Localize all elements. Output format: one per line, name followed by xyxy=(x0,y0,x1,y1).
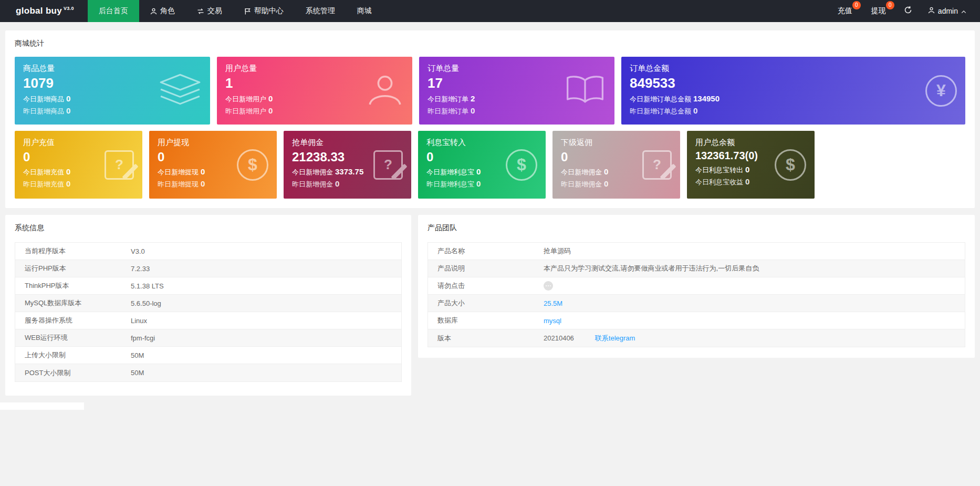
table-row: 产品名称抢单源码 xyxy=(428,243,965,260)
bottom-panels: 系统信息 当前程序版本V3.0 运行PHP版本7.2.33 ThinkPHP版本… xyxy=(5,215,975,396)
stat-value: 849533 xyxy=(630,76,957,90)
nav-item-mall[interactable]: 商城 xyxy=(346,0,383,22)
yen-icon: ¥ xyxy=(925,75,957,107)
book-icon xyxy=(564,74,606,108)
stat-card-products: 商品总量 1079 今日新增商品0 昨日新增商品0 xyxy=(15,57,210,125)
table-row: 当前程序版本V3.0 xyxy=(15,243,401,260)
nav-right: 充值 0 提现 0 admin xyxy=(828,0,980,22)
stat-card-orders: 订单总量 17 今日新增订单2 昨日新增订单0 xyxy=(419,57,614,125)
clipboard-icon: ? xyxy=(373,150,403,180)
product-size-link[interactable]: 25.5M xyxy=(544,299,562,307)
nav-item-transactions[interactable]: 交易 xyxy=(186,0,233,22)
user-icon xyxy=(928,7,935,15)
dollar-icon: $ xyxy=(775,149,806,181)
version-value: 20210406 xyxy=(544,334,574,342)
stat-card-order-commission: 抢单佣金 21238.33 今日新增佣金3373.75 昨日新增佣金0 ? xyxy=(284,131,411,199)
flag-icon xyxy=(244,8,251,15)
dollar-icon: $ xyxy=(506,149,537,181)
layers-icon xyxy=(159,74,202,108)
system-info-panel: 系统信息 当前程序版本V3.0 运行PHP版本7.2.33 ThinkPHP版本… xyxy=(5,215,411,396)
nav-item-system-management[interactable]: 系统管理 xyxy=(295,0,346,22)
table-row: 产品大小 25.5M xyxy=(428,295,965,312)
product-team-table: 产品名称抢单源码 产品说明本产品只为学习测试交流,请勿要做商业或者用于违法行为,… xyxy=(428,242,965,347)
system-info-title: 系统信息 xyxy=(5,215,411,235)
user-menu[interactable]: admin xyxy=(921,0,980,22)
stat-card-interest-in: 利息宝转入 0 今日新增利息宝0 昨日新增利息宝0 $ xyxy=(418,131,546,199)
withdraw-badge: 0 xyxy=(886,1,894,9)
table-row: WEB运行环境fpm-fcgi xyxy=(15,329,401,347)
footer-stub xyxy=(0,402,84,410)
table-row: 版本 20210406 联系telegram xyxy=(428,329,965,347)
stats-panel-title: 商城统计 xyxy=(5,30,975,50)
big-stat-cards-row: 商品总量 1079 今日新增商品0 昨日新增商品0 用户总量 1 今日新增用户0… xyxy=(5,57,975,125)
username: admin xyxy=(938,7,958,15)
stat-card-order-amount: 订单总金额 849533 今日新增订单总金额134950 昨日新增订单总金额0 … xyxy=(621,57,965,125)
chevron-up-icon xyxy=(961,7,966,15)
nav-item-help-center[interactable]: 帮助中心 xyxy=(233,0,295,22)
table-row: 数据库 mysql xyxy=(428,312,965,329)
table-row: POST大小限制50M xyxy=(15,364,401,381)
stat-card-user-recharge: 用户充值 0 今日新增充值0 昨日新增充值0 ? xyxy=(15,131,142,199)
stat-card-users: 用户总量 1 今日新增用户0 昨日新增用户0 xyxy=(217,57,412,125)
recharge-badge: 0 xyxy=(852,1,861,9)
table-row: 产品说明本产品只为学习测试交流,请勿要做商业或者用于违法行为,一切后果自负 xyxy=(428,260,965,277)
dollar-icon: $ xyxy=(237,149,268,181)
person-icon xyxy=(150,8,157,15)
table-row: 运行PHP版本7.2.33 xyxy=(15,260,401,277)
main-nav: 后台首页 角色 交易 帮助中心 系统管理 商城 xyxy=(88,0,383,22)
refresh-icon xyxy=(904,6,912,16)
user-icon xyxy=(366,73,404,109)
stats-panel: 商城统计 商品总量 1079 今日新增商品0 昨日新增商品0 用户总量 1 今日… xyxy=(5,30,975,208)
product-team-panel: 产品团队 产品名称抢单源码 产品说明本产品只为学习测试交流,请勿要做商业或者用于… xyxy=(418,215,975,358)
table-row: ThinkPHP版本5.1.38 LTS xyxy=(15,277,401,295)
top-navbar: global buyV3.0 后台首页 角色 交易 帮助中心 系统管理 xyxy=(0,0,980,22)
small-stat-cards-row: 用户充值 0 今日新增充值0 昨日新增充值0 ? 用户提现 0 今日新增提现0 … xyxy=(5,131,975,199)
database-link[interactable]: mysql xyxy=(544,317,561,325)
table-row: 请勿点击 xyxy=(428,277,965,295)
withdraw-button[interactable]: 提现 0 xyxy=(862,0,895,22)
stat-card-user-withdraw: 用户提现 0 今日新增提现0 昨日新增提现0 $ xyxy=(149,131,277,199)
do-not-click-icon[interactable] xyxy=(544,281,553,291)
app-logo: global buyV3.0 xyxy=(0,0,88,22)
clipboard-icon: ? xyxy=(642,150,672,180)
logo-text: global buy xyxy=(16,6,62,16)
table-row: 上传大小限制50M xyxy=(15,347,401,364)
nav-item-roles[interactable]: 角色 xyxy=(139,0,186,22)
table-row: 服务器操作系统Linux xyxy=(15,312,401,329)
recharge-button[interactable]: 充值 0 xyxy=(828,0,862,22)
main-content: 商城统计 商品总量 1079 今日新增商品0 昨日新增商品0 用户总量 1 今日… xyxy=(0,22,980,396)
system-info-table: 当前程序版本V3.0 运行PHP版本7.2.33 ThinkPHP版本5.1.3… xyxy=(15,242,402,382)
stat-card-sub-rebate: 下级返佣 0 今日新增佣金0 昨日新增佣金0 ? xyxy=(552,131,680,199)
product-team-title: 产品团队 xyxy=(418,215,975,235)
refresh-button[interactable] xyxy=(895,0,921,22)
table-row: MySQL数据库版本5.6.50-log xyxy=(15,295,401,312)
nav-item-dashboard[interactable]: 后台首页 xyxy=(88,0,139,22)
logo-version: V3.0 xyxy=(64,6,74,11)
telegram-link[interactable]: 联系telegram xyxy=(595,334,635,343)
exchange-icon xyxy=(197,8,204,15)
stat-card-user-balance: 用户总余额 132361.73(0) 今日利息宝转出0 今日利息宝收益0 $ xyxy=(687,131,815,199)
clipboard-icon: ? xyxy=(105,150,134,180)
